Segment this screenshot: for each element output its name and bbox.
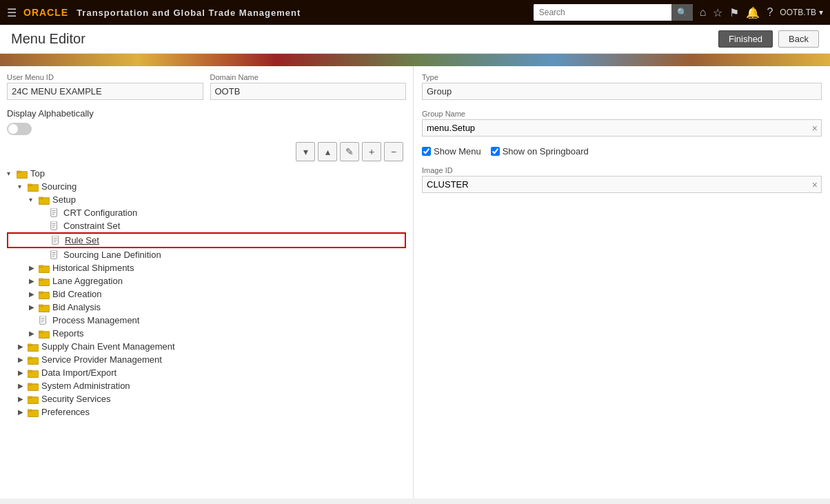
oracle-logo: ORACLE Transportation and Global Trade M…: [23, 7, 301, 18]
tree-item-reports[interactable]: ▶ Reports: [7, 327, 406, 340]
user-menu-id-input[interactable]: [7, 83, 203, 100]
hamburger-menu-icon[interactable]: ☰: [7, 6, 17, 19]
tree-arrow-historical-shipments[interactable]: ▶: [29, 264, 39, 272]
group-name-input[interactable]: [422, 119, 822, 137]
show-menu-checkbox[interactable]: [422, 147, 431, 156]
domain-name-input[interactable]: [210, 83, 407, 100]
group-name-field: Group Name ×: [422, 110, 822, 137]
group-name-clear-icon[interactable]: ×: [812, 123, 818, 134]
left-panel: User Menu ID Domain Name Display Alphabe…: [0, 66, 414, 498]
display-alpha-label: Display Alphabetically: [7, 108, 406, 119]
topbar-icons: ⌂ ☆ ⚑ 🔔 ?: [700, 6, 773, 19]
folder-icon-bid-analysis: [39, 303, 50, 312]
help-icon[interactable]: ?: [767, 6, 773, 19]
tree-item-crt-config[interactable]: CRT Configuration: [7, 206, 406, 219]
tree-item-service-provider[interactable]: ▶ Service Provider Management: [7, 353, 406, 366]
tree-item-historical-shipments[interactable]: ▶ Historical Shipments: [7, 261, 406, 274]
tree-item-sourcing-lane[interactable]: Sourcing Lane Definition: [7, 248, 406, 261]
add-button[interactable]: +: [362, 142, 381, 161]
tree-arrow-security-services[interactable]: ▶: [18, 395, 28, 403]
tree-label-data-import: Data Import/Export: [41, 367, 117, 378]
topbar: ☰ ORACLE Transportation and Global Trade…: [0, 0, 830, 25]
favorites-icon[interactable]: ☆: [713, 6, 722, 19]
remove-button[interactable]: −: [384, 142, 403, 161]
tree-arrow-setup[interactable]: ▾: [29, 196, 39, 203]
tree-arrow-sourcing[interactable]: ▾: [18, 183, 28, 190]
svg-rect-37: [28, 344, 32, 345]
tree-item-constraint-set[interactable]: Constraint Set: [7, 219, 406, 232]
image-id-clear-icon[interactable]: ×: [812, 179, 818, 190]
tree-arrow-preferences[interactable]: ▶: [18, 408, 28, 416]
page-header: Menu Editor Finished Back: [0, 25, 830, 54]
tree-item-setup[interactable]: ▾ Setup: [7, 193, 406, 206]
display-alpha-section: Display Alphabetically: [7, 108, 406, 135]
svg-rect-47: [28, 410, 32, 411]
tree-arrow-bid-analysis[interactable]: ▶: [29, 303, 39, 311]
folder-icon-lane-aggregation: [39, 276, 50, 286]
tree-arrow-bid-creation[interactable]: ▶: [29, 290, 39, 298]
app-name: Transportation and Global Trade Manageme…: [77, 8, 301, 18]
image-id-input[interactable]: [422, 176, 822, 193]
show-springboard-checkbox[interactable]: [491, 147, 500, 156]
type-label: Type: [422, 73, 822, 81]
menu-tree: ▾ Top▾ Sourcing▾ Setup CRT Configuration…: [7, 167, 406, 419]
folder-icon-system-admin: [28, 381, 39, 391]
tree-label-top: Top: [30, 168, 45, 179]
search-button[interactable]: 🔍: [671, 4, 693, 21]
tree-arrow-service-provider[interactable]: ▶: [18, 356, 28, 363]
tree-item-bid-analysis[interactable]: ▶ Bid Analysis: [7, 301, 406, 314]
show-springboard-checkbox-item: Show on Springboard: [491, 146, 589, 157]
tree-item-system-admin[interactable]: ▶ System Administration: [7, 379, 406, 392]
svg-rect-35: [39, 331, 43, 332]
tree-arrow-supply-chain[interactable]: ▶: [18, 343, 28, 350]
flag-icon[interactable]: ⚑: [729, 6, 739, 19]
checkbox-row: Show Menu Show on Springboard: [422, 146, 822, 157]
tree-label-lane-aggregation: Lane Aggregation: [52, 276, 123, 286]
doc-icon-rule-set: [51, 236, 62, 245]
home-icon[interactable]: ⌂: [700, 6, 707, 19]
tree-item-top[interactable]: ▾ Top: [7, 167, 406, 180]
tree-item-preferences[interactable]: ▶ Preferences: [7, 405, 406, 419]
tree-item-rule-set[interactable]: Rule Set: [7, 232, 406, 248]
show-menu-label: Show Menu: [434, 146, 481, 157]
doc-icon-sourcing-lane: [50, 250, 61, 260]
tree-item-lane-aggregation[interactable]: ▶ Lane Aggregation: [7, 274, 406, 288]
tree-item-security-services[interactable]: ▶ Security Services: [7, 392, 406, 405]
tree-arrow-system-admin[interactable]: ▶: [18, 382, 28, 390]
user-menu[interactable]: OOTB.TB ▾: [780, 8, 823, 17]
tree-label-service-provider: Service Provider Management: [41, 354, 162, 365]
search-bar: 🔍: [534, 4, 693, 21]
tree-arrow-lane-aggregation[interactable]: ▶: [29, 277, 39, 285]
svg-rect-39: [28, 357, 32, 359]
tree-label-crt-config: CRT Configuration: [63, 208, 137, 218]
tree-arrow-data-import[interactable]: ▶: [18, 369, 28, 376]
tree-arrow-reports[interactable]: ▶: [29, 330, 39, 337]
display-alpha-toggle[interactable]: [7, 123, 32, 135]
edit-button[interactable]: ✎: [340, 142, 359, 161]
folder-icon-bid-creation: [39, 290, 50, 299]
user-label: OOTB.TB: [780, 8, 816, 17]
move-up-button[interactable]: ▴: [318, 142, 337, 161]
group-name-label: Group Name: [422, 110, 822, 118]
svg-rect-25: [39, 279, 43, 280]
finished-button[interactable]: Finished: [718, 30, 773, 48]
tree-item-supply-chain[interactable]: ▶ Supply Chain Event Management: [7, 340, 406, 353]
type-field: Type Group: [422, 73, 822, 100]
tree-item-sourcing[interactable]: ▾ Sourcing: [7, 180, 406, 193]
tree-item-process-management[interactable]: Process Management: [7, 314, 406, 327]
tree-label-process-management: Process Management: [52, 315, 139, 325]
svg-rect-27: [39, 292, 43, 293]
back-button[interactable]: Back: [778, 30, 819, 48]
bell-icon[interactable]: 🔔: [746, 6, 760, 19]
svg-rect-3: [28, 184, 32, 185]
tree-item-data-import[interactable]: ▶ Data Import/Export: [7, 366, 406, 379]
page-title: Menu Editor: [11, 31, 85, 47]
folder-icon-preferences: [28, 407, 39, 417]
svg-rect-43: [28, 383, 32, 385]
search-input[interactable]: [534, 4, 671, 21]
tree-arrow-top[interactable]: ▾: [7, 170, 17, 177]
doc-icon-constraint-set: [50, 221, 61, 231]
tree-label-preferences: Preferences: [41, 407, 90, 417]
move-down-button[interactable]: ▾: [296, 142, 315, 161]
tree-item-bid-creation[interactable]: ▶ Bid Creation: [7, 288, 406, 301]
